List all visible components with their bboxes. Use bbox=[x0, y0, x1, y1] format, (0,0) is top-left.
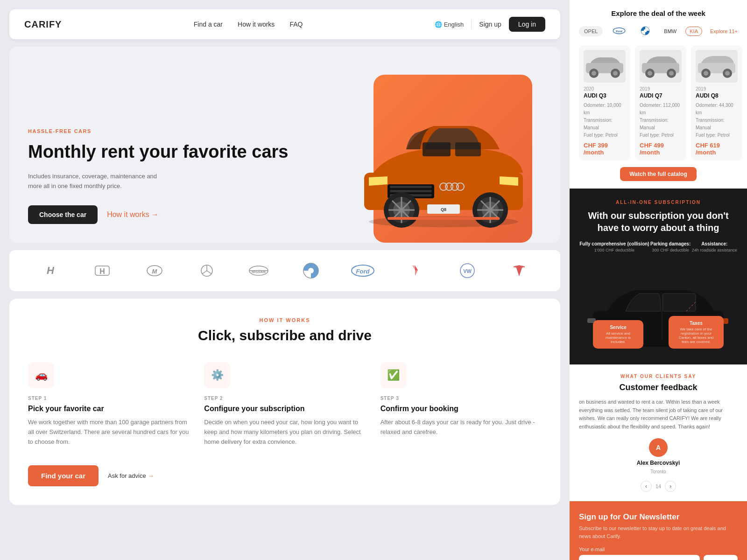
taxes-badge-desc: We take care of the registration in your… bbox=[675, 327, 717, 344]
brand-mercedes[interactable] bbox=[193, 261, 221, 280]
arrow-icon: → bbox=[148, 472, 154, 479]
svg-point-44 bbox=[308, 268, 314, 273]
step-3-num: STEP 3 bbox=[381, 396, 542, 401]
how-it-works-link[interactable]: How it works → bbox=[107, 210, 159, 219]
reviewer-avatar: A bbox=[649, 438, 668, 457]
brand-tab-opel[interactable]: OPEL bbox=[579, 26, 603, 36]
globe-icon: 🌐 bbox=[435, 21, 442, 28]
brand-honda[interactable]: H bbox=[88, 261, 116, 280]
step-2-icon-wrap: ⚙️ bbox=[204, 362, 230, 388]
step-2-icon: ⚙️ bbox=[211, 369, 224, 381]
car-card-0: 2020 AUDI Q3 Odometer: 10,000 km Transmi… bbox=[579, 45, 630, 161]
choose-car-button[interactable]: Choose the car bbox=[28, 205, 98, 224]
explore-more-link[interactable]: Explore 11+ bbox=[710, 28, 738, 34]
svg-rect-30 bbox=[388, 217, 500, 220]
brand-tab-kia[interactable]: KIA bbox=[685, 27, 702, 36]
brand-tab-bmw-text[interactable]: BMW bbox=[659, 26, 682, 36]
review-next-button[interactable]: › bbox=[665, 481, 676, 492]
hero-title: Monthly rent your favorite cars bbox=[28, 141, 345, 163]
watch-catalog-button[interactable]: Watch the full catalog bbox=[620, 167, 697, 181]
step-1-desc: We work together with more than 100 gara… bbox=[28, 418, 189, 447]
newsletter-submit-button[interactable]: Submit bbox=[704, 555, 738, 560]
svg-line-38 bbox=[202, 271, 207, 274]
svg-text:H: H bbox=[47, 265, 55, 276]
brand-mitsubishi[interactable] bbox=[401, 261, 429, 280]
car-detail-0: Odometer: 10,000 km Transmission: Manual… bbox=[584, 102, 626, 139]
sub-feature-title-0: Fully comprehensive (collision) bbox=[579, 241, 649, 246]
brand-tab-bmw bbox=[635, 24, 655, 39]
car-detail-1: Odometer: 112,000 km Transmission: Manua… bbox=[640, 102, 682, 139]
step-2-num: STEP 2 bbox=[204, 396, 365, 401]
car-year-0: 2020 bbox=[584, 86, 626, 91]
review-prev-button[interactable]: ‹ bbox=[641, 481, 652, 492]
language-selector[interactable]: 🌐 English bbox=[435, 21, 464, 28]
car-price-2: CHF 619 /month bbox=[696, 142, 738, 156]
brand-mazda[interactable]: M bbox=[141, 261, 169, 280]
newsletter-title: Sign up for Our Newsletter bbox=[579, 512, 738, 522]
svg-rect-73 bbox=[663, 294, 696, 311]
deal-title: Explore the deal of the week bbox=[579, 9, 738, 17]
svg-text:NISSAN: NISSAN bbox=[252, 270, 266, 274]
svg-point-69 bbox=[704, 71, 708, 76]
svg-text:VW: VW bbox=[463, 268, 472, 274]
brand-nissan[interactable]: NISSAN bbox=[245, 261, 273, 280]
car-model-2: AUDI Q8 bbox=[696, 92, 738, 99]
subscription-title: With our subscription you don't have to … bbox=[579, 210, 738, 234]
step-3-icon: ✅ bbox=[387, 369, 400, 381]
car-model-1: AUDI Q7 bbox=[640, 92, 682, 99]
step-1-title: Pick your favorite car bbox=[28, 405, 189, 413]
sub-feature-desc-1: 300 CHF deductible bbox=[650, 248, 691, 252]
brand-vw[interactable]: VW bbox=[453, 261, 481, 280]
ask-advice-link[interactable]: Ask for advice → bbox=[108, 472, 154, 479]
brand-tesla[interactable] bbox=[505, 261, 533, 280]
car-year-1: 2019 bbox=[640, 86, 682, 91]
signup-button[interactable]: Sign up bbox=[479, 21, 501, 28]
taxes-badge-title: Taxes bbox=[675, 321, 717, 326]
dark-car-illustration: Service All service and maintenance is i… bbox=[579, 260, 738, 353]
nav-divider bbox=[471, 20, 472, 29]
hero-section: HASSLE-FREE CARS Monthly rent your favor… bbox=[9, 47, 560, 243]
subscription-features: Fully comprehensive (collision) 1'000 CH… bbox=[579, 241, 738, 252]
navbar: CARIFY Find a car How it works FAQ 🌐 Eng… bbox=[9, 9, 560, 39]
step-3: ✅ STEP 3 Confirm your booking After abou… bbox=[381, 362, 542, 447]
car-card-2: 2019 AUDI Q8 Odometer: 44,300 km Transmi… bbox=[691, 45, 742, 161]
step-3-desc: After about 6-8 days your car is ready f… bbox=[381, 418, 542, 437]
svg-rect-5 bbox=[390, 186, 432, 188]
sub-feature-title-1: Parking damages: bbox=[650, 241, 691, 246]
feedback-text: on business and wanted to rent a car. Wi… bbox=[579, 398, 738, 431]
brand-ford[interactable]: Ford bbox=[349, 261, 377, 280]
how-it-works-title: Click, subscribe and drive bbox=[28, 328, 542, 343]
login-button[interactable]: Log in bbox=[509, 17, 545, 32]
svg-marker-48 bbox=[415, 270, 418, 276]
review-navigation: ‹ 14 › bbox=[641, 481, 676, 492]
feedback-title: Customer feedback bbox=[579, 383, 738, 392]
svg-text:Q8: Q8 bbox=[441, 207, 446, 212]
car-card-img-1 bbox=[640, 50, 682, 83]
sub-feature-desc-0: 1'000 CHF deductible bbox=[579, 248, 649, 252]
brand-hyundai[interactable]: H bbox=[36, 261, 64, 280]
brand-tab-ford: Ford bbox=[606, 25, 632, 38]
subscription-section: ALL-IN-ONE SUBSCRIPTION With our subscri… bbox=[570, 189, 747, 364]
nav-find-car[interactable]: Find a car bbox=[194, 21, 223, 28]
brand-tabs: OPEL Ford BMW KIA Explore 11+ bbox=[579, 24, 738, 39]
car-price-1: CHF 499 /month bbox=[640, 142, 682, 156]
car-year-2: 2019 bbox=[696, 86, 738, 91]
step-1-num: STEP 1 bbox=[28, 396, 189, 401]
nav-faq[interactable]: FAQ bbox=[289, 21, 303, 28]
newsletter-email-input[interactable] bbox=[579, 555, 700, 560]
subscription-label: ALL-IN-ONE SUBSCRIPTION bbox=[579, 200, 738, 205]
nav-how-it-works[interactable]: How it works bbox=[238, 21, 275, 28]
service-badge-title: Service bbox=[599, 325, 637, 330]
svg-text:M: M bbox=[152, 268, 158, 275]
hero-label: HASSLE-FREE CARS bbox=[28, 128, 345, 134]
logo: CARIFY bbox=[24, 19, 62, 30]
arrow-icon: → bbox=[151, 210, 159, 219]
svg-text:Ford: Ford bbox=[356, 268, 370, 275]
find-car-button[interactable]: Find your car bbox=[28, 465, 99, 486]
brand-bmw[interactable] bbox=[297, 261, 325, 280]
review-counter: 14 bbox=[655, 483, 661, 489]
how-it-works-label: HOW IT WORKS bbox=[28, 317, 542, 323]
svg-rect-3 bbox=[455, 142, 481, 156]
step-3-title: Confirm your booking bbox=[381, 405, 542, 413]
svg-point-55 bbox=[644, 29, 647, 33]
